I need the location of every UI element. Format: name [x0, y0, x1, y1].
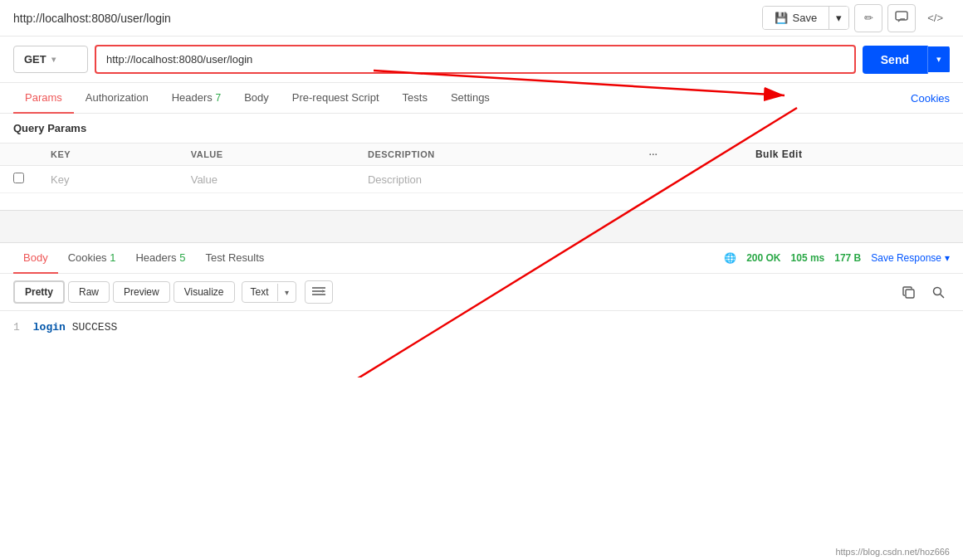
- text-format-selector[interactable]: Text ▾: [242, 281, 296, 303]
- tab-params[interactable]: Params: [13, 83, 74, 114]
- checkbox-col-header: [0, 144, 37, 166]
- tab-prerequest[interactable]: Pre-request Script: [281, 83, 391, 114]
- table-row: Key Value Description: [0, 166, 963, 193]
- send-button-group: Send ▾: [863, 46, 950, 74]
- text-format-caret-icon[interactable]: ▾: [277, 284, 296, 301]
- toolbar-right-actions: [897, 280, 950, 304]
- svg-point-5: [933, 287, 941, 295]
- copy-button[interactable]: [897, 280, 920, 304]
- send-dropdown-button[interactable]: ▾: [928, 46, 950, 72]
- preview-button[interactable]: Preview: [113, 281, 170, 303]
- page-title: http://localhost:8080/user/login: [13, 12, 171, 25]
- tab-authorization[interactable]: Authorization: [74, 83, 160, 114]
- save-button-group: 💾 Save ▾: [762, 6, 850, 30]
- edit-button[interactable]: ✏: [854, 4, 882, 32]
- cookies-link[interactable]: Cookies: [911, 92, 950, 105]
- dots-cell: [636, 166, 742, 193]
- description-cell[interactable]: Description: [354, 166, 636, 193]
- key-cell[interactable]: Key: [37, 166, 178, 193]
- response-body: 1 login SUCCESS: [0, 311, 963, 377]
- request-tabs: Params Authorization Headers 7 Body Pre-…: [0, 83, 963, 114]
- response-size: 177 B: [834, 252, 861, 264]
- bulk-edit-col-header: Bulk Edit: [742, 144, 963, 166]
- resp-tab-test-results[interactable]: Test Results: [195, 243, 274, 274]
- save-response-caret-icon: ▾: [945, 252, 950, 264]
- value-col-header: VALUE: [178, 144, 354, 166]
- resp-tab-body[interactable]: Body: [13, 243, 58, 274]
- row-check-input[interactable]: [13, 173, 24, 183]
- save-response-button[interactable]: Save Response ▾: [871, 252, 950, 264]
- response-divider: [0, 210, 963, 243]
- tab-tests[interactable]: Tests: [391, 83, 439, 114]
- send-button[interactable]: Send: [863, 46, 928, 74]
- text-format-label: Text: [242, 282, 277, 302]
- tab-body[interactable]: Body: [232, 83, 281, 114]
- line-number-1: 1: [13, 321, 20, 334]
- url-input[interactable]: [95, 45, 856, 74]
- resp-tab-cookies[interactable]: Cookies 1: [58, 243, 126, 274]
- empty-cell: [742, 166, 963, 193]
- status-code: 200 OK: [746, 252, 780, 264]
- method-caret-icon: ▾: [51, 55, 56, 64]
- search-button[interactable]: [926, 280, 950, 304]
- edit-icon: ✏: [864, 12, 873, 24]
- globe-icon: 🌐: [724, 252, 736, 264]
- tab-headers[interactable]: Headers 7: [160, 83, 232, 114]
- comment-button[interactable]: [887, 4, 916, 32]
- query-params-section-label: Query Params: [0, 114, 963, 143]
- comment-icon: [895, 11, 908, 25]
- save-floppy-icon: 💾: [775, 12, 788, 24]
- response-time: 105 ms: [791, 252, 825, 264]
- code-content-1: login SUCCESS: [33, 321, 117, 334]
- visualize-button[interactable]: Visualize: [174, 281, 235, 303]
- pretty-button[interactable]: Pretty: [13, 280, 65, 304]
- key-col-header: KEY: [37, 144, 178, 166]
- save-label: Save: [793, 12, 818, 24]
- svg-line-6: [940, 294, 944, 298]
- value-cell[interactable]: Value: [178, 166, 354, 193]
- row-checkbox[interactable]: [0, 166, 37, 193]
- tab-settings[interactable]: Settings: [439, 83, 501, 114]
- svg-rect-4: [906, 290, 914, 298]
- more-options-col-header: ···: [636, 144, 742, 166]
- params-table: KEY VALUE DESCRIPTION ··· Bulk Edit Key …: [0, 143, 963, 193]
- code-toggle-button[interactable]: </>: [921, 7, 950, 29]
- response-status-bar: 🌐 200 OK 105 ms 177 B Save Response ▾: [724, 252, 950, 264]
- resp-tab-headers[interactable]: Headers 5: [125, 243, 195, 274]
- format-toolbar: Pretty Raw Preview Visualize Text ▾: [0, 274, 963, 311]
- raw-button[interactable]: Raw: [68, 281, 110, 303]
- save-button[interactable]: 💾 Save: [763, 7, 830, 29]
- code-line-1: 1 login SUCCESS: [13, 321, 950, 334]
- method-label: GET: [24, 53, 46, 66]
- wrap-lines-button[interactable]: [305, 280, 333, 304]
- method-selector[interactable]: GET ▾: [13, 46, 88, 73]
- save-dropdown-button[interactable]: ▾: [829, 7, 848, 29]
- response-tabs: Body Cookies 1 Headers 5 Test Results 🌐 …: [0, 243, 963, 274]
- description-col-header: DESCRIPTION: [354, 144, 636, 166]
